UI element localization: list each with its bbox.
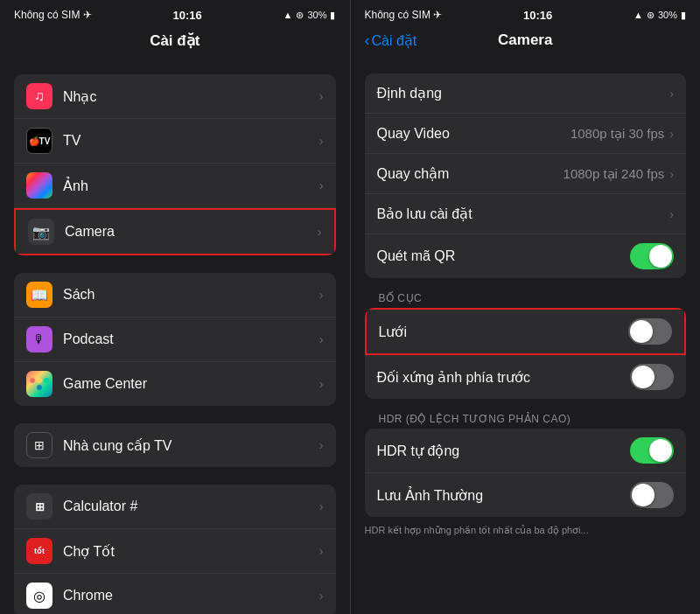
books-label: Sách: [63, 287, 319, 303]
settings-item-photos[interactable]: Ảnh ›: [14, 164, 336, 208]
luu-anh-thuong-toggle[interactable]: [630, 482, 674, 508]
settings-item-hdr-tu-dong[interactable]: HDR tự động: [365, 429, 687, 473]
dinh-dang-chevron-icon: ›: [669, 87, 674, 101]
left-group-3: ⊞ Nhà cung cấp TV ›: [14, 423, 336, 467]
right-status-carrier: Không có SIM ✈: [365, 9, 443, 21]
settings-item-gamecenter[interactable]: Game Center ›: [14, 362, 336, 406]
podcast-label: Podcast: [63, 331, 319, 347]
right-group-1: Định dạng › Quay Video 1080p tại 30 fps …: [365, 73, 687, 278]
tvprovider-icon: ⊞: [26, 432, 52, 458]
chrome-chevron-icon: ›: [319, 589, 324, 603]
quay-video-label: Quay Video: [377, 126, 570, 142]
tv-icon: 🍎TV: [26, 128, 52, 154]
dinh-dang-label: Định dạng: [377, 85, 670, 101]
right-nav-bar: ‹ Cài đặt Camera: [351, 28, 701, 56]
right-panel: Không có SIM ✈ 10:16 ▲ ⊛ 30% ▮ ‹ Cài đặt…: [351, 0, 701, 614]
settings-item-music[interactable]: ♫ Nhạc ›: [14, 74, 336, 119]
bo-cuc-section-label: BỐ CỤC: [351, 287, 701, 308]
left-nav-title: Cài đặt: [150, 31, 200, 50]
settings-item-podcast[interactable]: 🎙 Podcast ›: [14, 317, 336, 362]
right-signal-icon: ▲: [634, 10, 643, 20]
tv-chevron-icon: ›: [319, 134, 324, 148]
podcast-chevron-icon: ›: [319, 332, 324, 346]
right-group-3: HDR tự động Lưu Ảnh Thường: [365, 429, 687, 517]
settings-item-bao-luu[interactable]: Bảo lưu cài đặt ›: [365, 194, 687, 234]
camera-chevron-icon: ›: [318, 225, 322, 239]
books-icon: 📖: [26, 282, 52, 308]
left-battery-icon: ▮: [330, 10, 335, 21]
left-settings-scroll[interactable]: ♫ Nhạc › 🍎TV TV › Ảnh ›: [0, 57, 350, 614]
camera-icon: 📷: [28, 219, 54, 245]
tvprovider-chevron-icon: ›: [319, 438, 324, 452]
calculator-chevron-icon: ›: [319, 499, 324, 513]
bao-luu-label: Bảo lưu cài đặt: [377, 206, 670, 222]
settings-item-camera[interactable]: 📷 Camera ›: [14, 208, 336, 255]
left-group-4: ⊞ Calculator # › tốt Chợ Tốt › ◎ Chrome …: [14, 485, 336, 614]
left-wifi-icon: ⊛: [296, 10, 304, 21]
chotot-icon: tốt: [26, 538, 52, 564]
back-label: Cài đặt: [372, 32, 417, 49]
chotot-label: Chợ Tốt: [63, 543, 319, 560]
left-status-carrier: Không có SIM ✈: [14, 9, 92, 21]
settings-item-calculator[interactable]: ⊞ Calculator # ›: [14, 485, 336, 529]
settings-item-books[interactable]: 📖 Sách ›: [14, 273, 336, 317]
bao-luu-chevron-icon: ›: [669, 207, 674, 221]
right-settings-scroll[interactable]: Định dạng › Quay Video 1080p tại 30 fps …: [351, 56, 701, 614]
right-status-indicators: ▲ ⊛ 30% ▮: [634, 10, 686, 21]
photos-icon: [26, 172, 52, 199]
music-label: Nhạc: [63, 88, 319, 105]
quay-cham-label: Quay chậm: [377, 165, 564, 182]
calculator-icon: ⊞: [26, 493, 52, 520]
podcast-icon: 🎙: [26, 326, 52, 352]
right-status-time: 10:16: [523, 9, 552, 22]
settings-item-quay-cham[interactable]: Quay chậm 1080p tại 240 fps ›: [365, 154, 687, 194]
tv-label: TV: [63, 133, 319, 149]
settings-item-tv[interactable]: 🍎TV TV ›: [14, 119, 336, 164]
luu-anh-thuong-label: Lưu Ảnh Thường: [377, 487, 631, 504]
right-wifi-icon: ⊛: [647, 10, 654, 21]
hdr-section-label: HDR (ĐỘ LỆCH TƯƠNG PHẢN CAO): [351, 408, 701, 429]
doi-xung-label: Đối xứng ảnh phía trước: [377, 369, 631, 386]
settings-item-luu-anh-thuong[interactable]: Lưu Ảnh Thường: [365, 473, 687, 517]
quet-ma-qr-label: Quét mã QR: [377, 248, 631, 264]
left-signal-icon: ▲: [284, 10, 293, 20]
right-nav-title: Camera: [498, 31, 552, 49]
hdr-tu-dong-label: HDR tự động: [377, 443, 631, 459]
quay-cham-value: 1080p tại 240 fps: [564, 166, 665, 182]
settings-item-tvprovider[interactable]: ⊞ Nhà cung cấp TV ›: [14, 423, 336, 467]
settings-item-chotot[interactable]: tốt Chợ Tốt ›: [14, 529, 336, 574]
left-group-2: 📖 Sách › 🎙 Podcast ›: [14, 273, 336, 406]
left-battery-label: 30%: [307, 10, 326, 20]
settings-item-quay-video[interactable]: Quay Video 1080p tại 30 fps ›: [365, 114, 687, 154]
gamecenter-chevron-icon: ›: [319, 377, 324, 391]
settings-item-quet-ma-qr[interactable]: Quét mã QR: [365, 234, 687, 278]
music-icon: ♫: [26, 83, 52, 109]
right-battery-label: 30%: [658, 10, 677, 20]
left-status-time: 10:16: [173, 9, 202, 22]
back-button[interactable]: ‹ Cài đặt: [365, 32, 417, 49]
luoi-toggle[interactable]: [628, 318, 672, 345]
doi-xung-toggle[interactable]: [630, 364, 674, 390]
tvprovider-label: Nhà cung cấp TV: [63, 437, 319, 454]
photos-label: Ảnh: [63, 178, 319, 194]
settings-item-doi-xung[interactable]: Đối xứng ảnh phía trước: [365, 355, 687, 399]
chotot-chevron-icon: ›: [319, 544, 324, 558]
books-chevron-icon: ›: [319, 288, 324, 302]
photos-chevron-icon: ›: [319, 178, 324, 192]
quet-ma-qr-toggle[interactable]: [630, 243, 674, 269]
left-status-bar: Không có SIM ✈ 10:16 ▲ ⊛ 30% ▮: [0, 0, 350, 28]
right-group-2: Lưới Đối xứng ảnh phía trước: [365, 308, 687, 399]
settings-item-luoi[interactable]: Lưới: [365, 308, 687, 355]
chrome-label: Chrome: [63, 588, 319, 604]
right-status-bar: Không có SIM ✈ 10:16 ▲ ⊛ 30% ▮: [351, 0, 701, 28]
left-nav-bar: Cài đặt: [0, 28, 350, 57]
hdr-footer-text: HDR kết hợp những phần tốt nhất của ba đ…: [365, 524, 687, 537]
camera-label: Camera: [65, 224, 318, 240]
hdr-tu-dong-toggle[interactable]: [630, 437, 674, 464]
left-panel: Không có SIM ✈ 10:16 ▲ ⊛ 30% ▮ Cài đặt ♫…: [0, 0, 350, 614]
back-chevron-icon: ‹: [365, 32, 370, 48]
right-battery-icon: ▮: [681, 10, 686, 21]
calculator-label: Calculator #: [63, 499, 319, 514]
settings-item-chrome[interactable]: ◎ Chrome ›: [14, 574, 336, 614]
settings-item-dinh-dang[interactable]: Định dạng ›: [365, 73, 687, 114]
